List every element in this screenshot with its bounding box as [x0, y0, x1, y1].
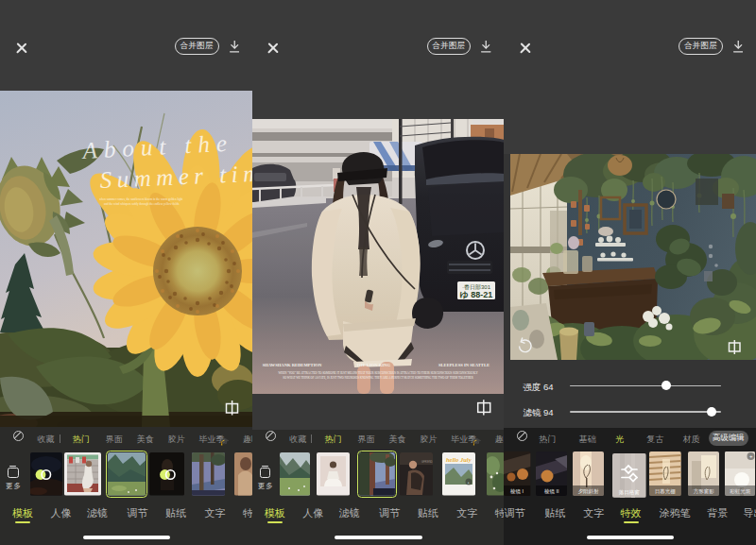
svg-text:棱镜 I: 棱镜 I: [510, 488, 524, 495]
svg-text:GFRIEND: GFRIEND: [421, 460, 433, 464]
svg-text:and the wind whispers softly t: and the wind whispers softly through the…: [104, 202, 180, 206]
svg-text:方形窗影: 方形窗影: [693, 488, 713, 495]
svg-text:棱镜 II: 棱镜 II: [544, 488, 559, 495]
svg-text:落日格窗: 落日格窗: [619, 489, 640, 496]
svg-text:hello July: hello July: [446, 456, 472, 463]
svg-text:+: +: [749, 454, 753, 460]
svg-text:THE LION KING: THE LION KING: [356, 363, 390, 367]
svg-text:SLEEPLESS IN SEATTLE: SLEEPLESS IN SEATTLE: [438, 363, 490, 367]
svg-text:SHAWSHANK REDEMPTION: SHAWSHANK REDEMPTION: [262, 363, 321, 367]
svg-text:夕阳斜射: 夕阳斜射: [578, 488, 599, 495]
svg-text:彩虹光斑: 彩虹光斑: [730, 488, 750, 495]
svg-text:日暮光棚: 日暮光棚: [655, 488, 676, 495]
svg-text:WHEN "YOU" BE ATTRACTED TO SOM: WHEN "YOU" BE ATTRACTED TO SOMEONE IT JU…: [278, 371, 478, 375]
